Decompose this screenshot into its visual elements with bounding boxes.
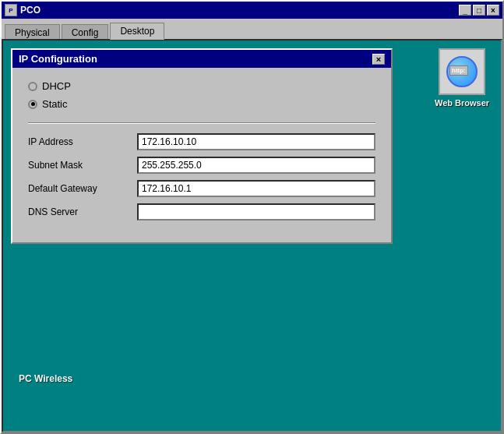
minimize-button[interactable]: _ (459, 5, 471, 16)
dhcp-radio-row: DHCP (28, 80, 375, 92)
ip-address-label: IP Address (28, 136, 137, 147)
static-label: Static (42, 98, 68, 110)
pc-wireless-label: PC Wireless (19, 373, 72, 384)
app-icon: P (5, 4, 17, 16)
title-controls: _ □ × (459, 5, 499, 16)
window-frame: P PCO _ □ × Physical Config Desktop IP C… (0, 0, 504, 434)
window-title: PCO (20, 5, 41, 16)
dialog-title-bar: IP Configuration × (12, 50, 391, 68)
dhcp-label: DHCP (42, 80, 71, 92)
dialog-body: DHCP Static IP Address Subnet Mask (12, 68, 391, 242)
dns-server-input[interactable] (137, 203, 375, 221)
static-radio-button[interactable] (28, 100, 37, 109)
title-bar-left: P PCO (5, 4, 41, 16)
main-content: IP Configuration × DHCP Static IP Ad (2, 39, 502, 432)
close-button[interactable]: × (487, 5, 499, 16)
ip-address-input[interactable] (137, 133, 375, 150)
subnet-mask-row: Subnet Mask (28, 157, 375, 174)
default-gateway-input[interactable] (137, 180, 375, 197)
dns-server-row: DNS Server (28, 203, 375, 221)
title-bar: P PCO _ □ × (2, 2, 502, 19)
ip-address-row: IP Address (28, 133, 375, 150)
dialog-close-button[interactable]: × (372, 54, 385, 65)
ip-config-dialog: IP Configuration × DHCP Static IP Ad (11, 48, 393, 244)
browser-icon-box (439, 48, 485, 95)
browser-globe-icon (446, 56, 478, 87)
tab-bar: Physical Config Desktop (2, 19, 502, 39)
subnet-mask-input[interactable] (137, 157, 375, 174)
web-browser-icon[interactable]: Web Browser (431, 48, 493, 108)
dhcp-radio-button[interactable] (28, 82, 37, 91)
default-gateway-label: Default Gateway (28, 183, 137, 194)
radio-group: DHCP Static (28, 80, 375, 110)
default-gateway-row: Default Gateway (28, 180, 375, 197)
maximize-button[interactable]: □ (473, 5, 485, 16)
separator (28, 122, 375, 124)
dns-server-label: DNS Server (28, 206, 137, 217)
static-radio-row: Static (28, 98, 375, 110)
tab-desktop[interactable]: Desktop (110, 23, 164, 40)
web-browser-label: Web Browser (435, 98, 489, 108)
subnet-mask-label: Subnet Mask (28, 160, 137, 171)
dialog-title-text: IP Configuration (19, 53, 97, 65)
